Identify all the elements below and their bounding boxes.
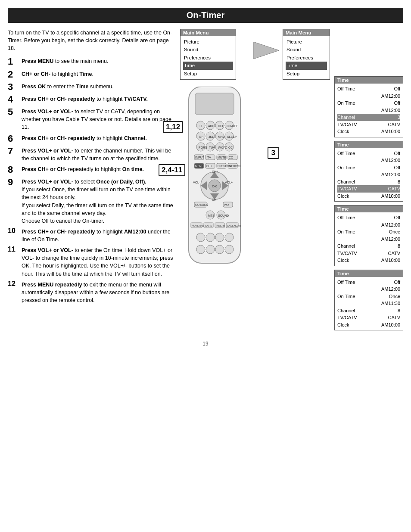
on-time-val-row-2: AM12:00 bbox=[337, 171, 400, 178]
on-time-row-4: On TimeOnce bbox=[337, 293, 400, 300]
menu-item-setup-2: Setup bbox=[286, 70, 327, 78]
menu-item-sound-1: Sound bbox=[183, 46, 233, 53]
step-num-4: 4 bbox=[8, 94, 22, 105]
off-time-val-row-4: AM12:00 bbox=[337, 286, 400, 293]
svg-text:INPUT: INPUT bbox=[195, 156, 205, 159]
menu-item-sound-2: Sound bbox=[286, 46, 327, 53]
svg-text:JKL: JKL bbox=[209, 135, 214, 138]
step-11: 11 Press VOL+ or VOL- to enter the On ti… bbox=[8, 246, 176, 278]
clock-row-3: ClockAM10:00 bbox=[337, 257, 400, 264]
channel-row-4: Channel8 bbox=[337, 307, 400, 314]
page-header: On-Timer bbox=[8, 8, 403, 23]
clock-row-1: ClockAM10:00 bbox=[337, 128, 400, 135]
svg-point-71 bbox=[206, 233, 215, 242]
menu-item-setup-1: Setup bbox=[183, 70, 233, 78]
svg-text:VOL-: VOL- bbox=[193, 181, 200, 184]
step-text-12: Press MENU repeatedly to exit the menu o… bbox=[22, 281, 176, 304]
off-time-row-1: Off TimeOff bbox=[337, 85, 400, 93]
svg-text:MTS: MTS bbox=[208, 214, 215, 217]
svg-text:VOL+: VOL+ bbox=[225, 181, 233, 184]
on-time-val-row-3: AM12:00 bbox=[337, 236, 400, 243]
svg-text:CC: CC bbox=[228, 146, 233, 149]
time-menu-panels: Time Off TimeOff AM12:00 On TimeOff AM12… bbox=[334, 76, 403, 330]
page-number: 19 bbox=[0, 341, 411, 347]
step-text-1: Press MENU to see the main menu. bbox=[22, 57, 176, 65]
step-num-8: 8 bbox=[8, 165, 22, 175]
step-num-1: 1 bbox=[8, 56, 22, 67]
time-menu-title-1: Time bbox=[335, 77, 403, 84]
svg-rect-2 bbox=[195, 93, 234, 115]
remote-control: +1 ABC DEF CH-OFF GHI JKL MNO SLEEP bbox=[180, 87, 249, 268]
svg-text:GHI: GHI bbox=[199, 135, 205, 138]
svg-text:INFO/RCL: INFO/RCL bbox=[228, 165, 242, 168]
time-menu-3: Time Off TimeOff AM12:00 On TimeOnce AM1… bbox=[334, 205, 403, 266]
step-4: 4 Press CH+ or CH- repeatedly to highlig… bbox=[8, 95, 176, 105]
instructions-column: To turn on the TV to a specific channel … bbox=[8, 29, 176, 330]
right-column: Main Menu Picture Sound Preferences Time… bbox=[180, 29, 403, 330]
svg-text:CH+: CH+ bbox=[206, 165, 212, 168]
off-time-row-4: Off TimeOff bbox=[337, 279, 400, 286]
step-text-10: Press CH+ or CH- repeatedly to highlight… bbox=[22, 228, 176, 243]
svg-text:SOUND: SOUND bbox=[218, 214, 229, 217]
step-text-6: Press CH+ or CH- repeatedly to highlight… bbox=[22, 134, 176, 142]
step-6: 6 Press CH+ or CH- repeatedly to highlig… bbox=[8, 134, 176, 144]
main-menu-body-1: Picture Sound Preferences Time Setup bbox=[181, 36, 236, 79]
svg-point-73 bbox=[225, 233, 234, 242]
menu-item-prefs-1: Preferences bbox=[183, 54, 233, 62]
step-text-3: Press OK to enter the Time submenu. bbox=[22, 83, 176, 90]
svg-text:PAY: PAY bbox=[224, 203, 230, 206]
step-5: 5 Press VOL+ or VOL- to select TV or CAT… bbox=[8, 108, 176, 131]
time-menu-title-2: Time bbox=[335, 141, 403, 148]
on-time-row-2: On TimeOff bbox=[337, 164, 400, 171]
time-menu-2: Time Off TimeOff AM12:00 On TimeOff AM12… bbox=[334, 141, 403, 202]
time-menu-title-3: Time bbox=[335, 205, 403, 212]
on-time-val-row-4: AM11:30 bbox=[337, 300, 400, 307]
step-9: 9 Press VOL+ or VOL- to select Once (or … bbox=[8, 178, 176, 225]
time-menu-title-4: Time bbox=[335, 270, 403, 277]
step-12: 12 Press MENU repeatedly to exit the men… bbox=[8, 281, 176, 304]
svg-point-76 bbox=[215, 245, 224, 254]
svg-text:SLEEP: SLEEP bbox=[227, 135, 237, 138]
svg-text:GO BACK: GO BACK bbox=[195, 203, 208, 206]
svg-text:INSERT: INSERT bbox=[216, 224, 225, 227]
menu-item-picture-2: Picture bbox=[286, 38, 327, 46]
step-1: 1 Press MENU to see the main menu. bbox=[8, 57, 176, 67]
svg-text:+1: +1 bbox=[199, 124, 202, 128]
step-text-5: Press VOL+ or VOL- to select TV or CATV,… bbox=[22, 108, 176, 131]
step-8: 8 Press CH+ or CH- repeatedly to highlig… bbox=[8, 165, 176, 175]
step-num-3: 3 bbox=[8, 82, 22, 92]
svg-text:WXYZ: WXYZ bbox=[218, 146, 227, 149]
main-menu-panel-1: Main Menu Picture Sound Preferences Time… bbox=[180, 29, 236, 80]
step-label-2-4-11: 2,4-11 bbox=[159, 164, 185, 176]
svg-text:CH-OFF: CH-OFF bbox=[227, 124, 238, 128]
tvcatv-row-1: TV/CATVCATV bbox=[337, 121, 400, 128]
time-menu-body-3: Off TimeOff AM12:00 On TimeOnce AM12:00 … bbox=[335, 212, 403, 266]
svg-text:OK: OK bbox=[212, 184, 217, 188]
step-text-9: Press VOL+ or VOL- to select Once (or Da… bbox=[22, 178, 176, 225]
step-num-2: 2 bbox=[8, 69, 22, 80]
off-time-val-row-1: AM12:00 bbox=[337, 93, 400, 100]
step-text-4: Press CH+ or CH- repeatedly to highlight… bbox=[22, 95, 176, 103]
channel-row-1: Channel3 bbox=[337, 114, 400, 121]
time-menu-body-1: Off TimeOff AM12:00 On TimeOff AM12:00 C… bbox=[335, 84, 403, 137]
time-menu-body-2: Off TimeOff AM12:00 On TimeOff AM12:00 C… bbox=[335, 148, 403, 202]
channel-row-2: Channel8 bbox=[337, 178, 400, 186]
step-label-1-12: 1,12 bbox=[163, 121, 183, 133]
menu-item-prefs-2: Preferences bbox=[286, 54, 327, 62]
time-menu-4: Time Off TimeOff AM12:00 On TimeOnce AM1… bbox=[334, 270, 403, 331]
off-time-val-row-3: AM12:00 bbox=[337, 221, 400, 229]
svg-text:MENU: MENU bbox=[195, 165, 203, 168]
off-time-row-3: Off TimeOff bbox=[337, 214, 400, 221]
svg-marker-0 bbox=[253, 42, 279, 59]
step-num-5: 5 bbox=[8, 107, 22, 117]
clock-row-4: ClockAM10:00 bbox=[337, 321, 400, 329]
step-10: 10 Press CH+ or CH- repeatedly to highli… bbox=[8, 228, 176, 243]
clock-row-2: ClockAM10:00 bbox=[337, 193, 400, 200]
svg-text:CAPS: CAPS bbox=[205, 224, 212, 227]
on-time-row-1: On TimeOff bbox=[337, 100, 400, 107]
svg-text:CC: CC bbox=[229, 156, 233, 159]
svg-text:CH-: CH- bbox=[212, 198, 218, 201]
svg-text:CALENDAR: CALENDAR bbox=[227, 224, 241, 227]
svg-point-74 bbox=[196, 245, 205, 254]
main-menu-panel-2: Main Menu Picture Sound Preferences Time… bbox=[283, 29, 330, 80]
